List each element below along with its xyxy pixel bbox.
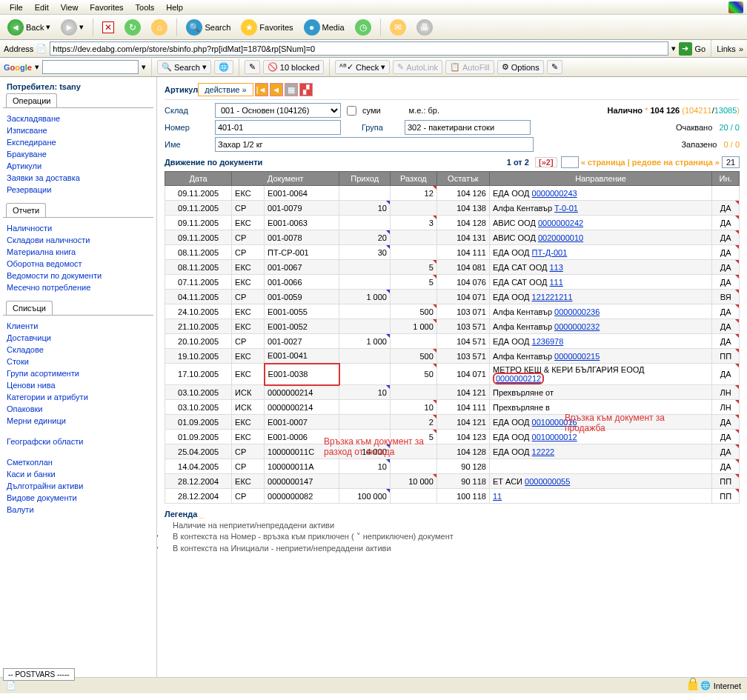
sidebar-link[interactable]: Изписване — [7, 124, 150, 136]
sidebar-link[interactable]: Видове документи — [7, 492, 150, 504]
direction-doc-link[interactable]: 121221211 — [532, 293, 573, 301]
sidebar-link[interactable]: Валути — [7, 504, 150, 516]
sidebar-link[interactable]: Стоки — [7, 356, 150, 367]
sidebar-link[interactable]: Каси и банки — [7, 468, 150, 480]
tab-reports[interactable]: Отчети — [6, 203, 46, 217]
rows-input[interactable] — [722, 156, 740, 168]
doc-number-cell[interactable]: 001-0027 — [265, 334, 339, 349]
next-page-link[interactable]: [»2] — [535, 157, 557, 167]
sidebar-link[interactable]: Групи асортименти — [7, 367, 150, 379]
doc-number-cell[interactable]: E001-0064 — [265, 186, 339, 201]
go-label[interactable]: Go — [695, 44, 706, 53]
menu-help[interactable]: Help — [160, 1, 189, 13]
sumi-checkbox[interactable] — [347, 106, 356, 116]
menu-favorites[interactable]: Favorites — [84, 1, 129, 13]
stop-button[interactable]: ✕ — [99, 19, 118, 36]
sidebar-link[interactable]: Материална книга — [7, 246, 150, 258]
sidebar-link[interactable]: Ведомости по документи — [7, 270, 150, 281]
direction-doc-link[interactable]: 0000000236 — [554, 307, 600, 316]
sidebar-link[interactable]: Дълготрайни активи — [7, 480, 150, 492]
direction-doc-link[interactable]: 1236978 — [532, 337, 564, 346]
nav-grid-button[interactable]: ▦ — [285, 83, 298, 96]
sidebar-link[interactable]: Складови наличности — [7, 234, 150, 246]
sidebar-link[interactable]: Оборотна ведомост — [7, 258, 150, 270]
doc-number-cell[interactable]: 100000011A — [265, 459, 339, 474]
sidebar-link[interactable]: Доставчици — [7, 332, 150, 344]
google-search-input[interactable] — [42, 60, 139, 74]
sidebar-link[interactable]: Артикули — [7, 160, 150, 172]
sidebar-link[interactable]: Опаковки — [7, 403, 150, 415]
sidebar-link[interactable]: Заявки за доставка — [7, 172, 150, 184]
direction-doc-link[interactable]: 0020000010 — [538, 233, 583, 242]
ime-input[interactable] — [215, 137, 534, 152]
column-header[interactable]: Направление — [489, 172, 711, 186]
sidebar-link[interactable]: Географски области — [7, 436, 150, 447]
direction-doc-link[interactable]: 0010000016 — [532, 418, 577, 427]
google-search-button[interactable]: 🔍 Search ▾ — [157, 60, 211, 74]
direction-doc-link[interactable]: 0000000215 — [554, 352, 600, 361]
autofill-button[interactable]: 📋 AutoFill — [445, 60, 494, 74]
sidebar-link[interactable]: Сметкоплан — [7, 456, 150, 468]
direction-doc-link[interactable]: 0010000012 — [532, 433, 577, 441]
sidebar-link[interactable]: Мерни единици — [7, 415, 150, 427]
doc-number-cell[interactable]: E001-0007 — [265, 415, 339, 430]
autolink-button[interactable]: ✎ AutoLink — [393, 60, 442, 74]
history-button[interactable]: ◷ — [351, 17, 375, 38]
direction-doc-link[interactable]: 0000000243 — [532, 189, 577, 198]
highlight-pen-button[interactable]: ✎ — [547, 60, 562, 74]
direction-doc-link[interactable]: 0000000212 — [493, 373, 544, 384]
go-button[interactable]: ➜ — [679, 42, 692, 56]
sidebar-link[interactable]: Категории и атрибути — [7, 391, 150, 403]
doc-number-cell[interactable]: E001-0052 — [265, 319, 339, 334]
page-input[interactable] — [561, 156, 579, 168]
column-header[interactable]: Ин. — [712, 172, 740, 186]
sidebar-link[interactable]: Месечно потребление — [7, 281, 150, 293]
sidebar-link[interactable]: Експедиране — [7, 136, 150, 148]
menu-file[interactable]: File — [4, 1, 29, 13]
tab-lists[interactable]: Списъци — [6, 301, 53, 315]
doc-number-cell[interactable]: E001-0055 — [265, 304, 339, 319]
doc-number-cell[interactable]: 001-0067 — [265, 260, 339, 275]
direction-doc-link[interactable]: T-0-01 — [554, 204, 578, 213]
column-header[interactable]: Приход — [339, 172, 391, 186]
direction-doc-link[interactable]: 113 — [549, 263, 562, 272]
sidebar-link[interactable]: Складове — [7, 344, 150, 356]
doc-number-cell[interactable]: 001-0066 — [265, 275, 339, 290]
sidebar-link[interactable]: Заскладяване — [7, 113, 150, 124]
doc-number-cell[interactable]: 0000000147 — [265, 474, 339, 489]
action-button[interactable]: действие » — [198, 83, 253, 96]
nav-close-button[interactable]: ▞ — [299, 83, 313, 96]
popup-blocker-button[interactable]: 🚫 10 blocked — [263, 60, 324, 74]
doc-number-cell[interactable]: 001-0059 — [265, 290, 339, 304]
sidebar-link[interactable]: Клиенти — [7, 320, 150, 332]
refresh-button[interactable]: ↻ — [121, 17, 145, 38]
sidebar-link[interactable]: Резервации — [7, 184, 150, 196]
address-input[interactable] — [50, 41, 668, 56]
sklad-select[interactable]: 001 - Основен (104126) — [215, 103, 341, 118]
links-label[interactable]: Links — [717, 44, 736, 53]
forward-button[interactable]: ► ▾ — [57, 17, 87, 38]
grupa-input[interactable] — [405, 120, 531, 135]
doc-number-cell[interactable]: 100000011C — [265, 444, 339, 459]
doc-number-cell[interactable]: 0000000214 — [265, 385, 339, 400]
direction-doc-link[interactable]: ПТ-Д-001 — [532, 248, 568, 257]
direction-doc-link[interactable]: 0000000055 — [525, 477, 570, 486]
column-header[interactable]: Остатък — [436, 172, 489, 186]
sidebar-link[interactable]: Ценови нива — [7, 379, 150, 391]
column-header[interactable]: Разход — [390, 172, 436, 186]
links-chevron[interactable]: » — [739, 44, 743, 53]
doc-number-cell[interactable]: E001-0041 — [265, 349, 339, 364]
direction-doc-link[interactable]: 11 — [493, 492, 502, 501]
doc-number-cell[interactable]: 0000000214 — [265, 400, 339, 415]
doc-number-cell[interactable]: ПТ-СР-001 — [265, 245, 339, 260]
google-earth-button[interactable]: 🌐 — [214, 60, 233, 74]
back-button[interactable]: ◄Back ▾ — [4, 17, 54, 38]
media-button[interactable]: ●Media — [300, 17, 348, 38]
doc-number-cell[interactable]: 001-0078 — [265, 230, 339, 245]
spell-check-button[interactable]: ᴬᴮ✓ Check ▾ — [335, 60, 390, 74]
menu-view[interactable]: View — [55, 1, 84, 13]
search-button[interactable]: 🔍Search — [182, 17, 234, 38]
column-header[interactable]: Дата — [165, 172, 232, 186]
sidebar-link[interactable]: Бракуване — [7, 148, 150, 160]
doc-number-cell[interactable]: 001-0079 — [265, 201, 339, 216]
